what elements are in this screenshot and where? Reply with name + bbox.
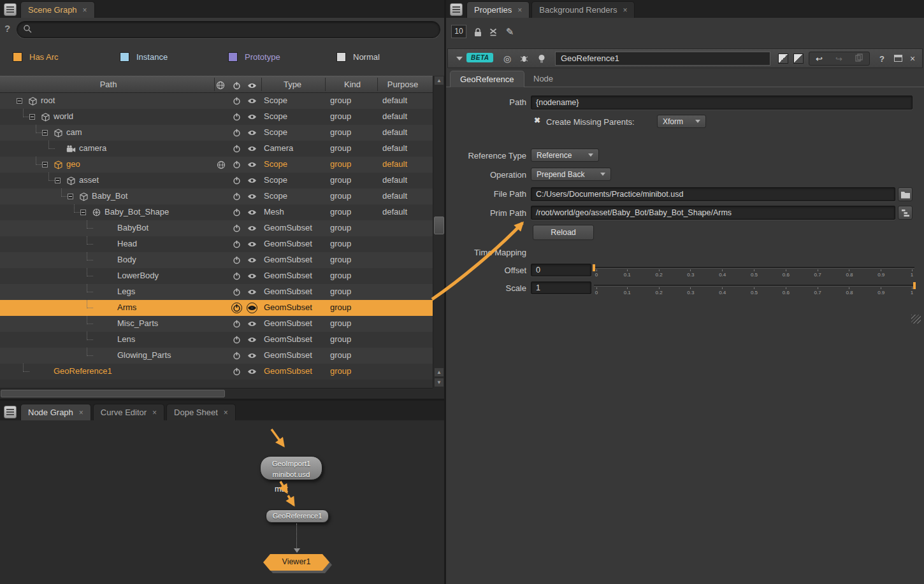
tree-row-asset[interactable]: assetScopegroupdefault — [0, 173, 433, 189]
tree-row-Baby_Bot[interactable]: Baby_BotScopegroupdefault — [0, 189, 433, 204]
eye-icon[interactable] — [247, 191, 257, 202]
node-georeference1[interactable]: GeoReference1 — [266, 509, 329, 523]
eye-icon[interactable] — [247, 271, 257, 281]
globe-icon[interactable] — [215, 159, 226, 170]
eye-icon[interactable] — [247, 111, 257, 122]
split-square-icon[interactable] — [778, 53, 788, 64]
eye-icon[interactable] — [247, 223, 257, 234]
copy-icon[interactable] — [855, 53, 863, 64]
power-icon[interactable] — [231, 287, 242, 297]
power-icon[interactable] — [231, 223, 242, 234]
expander-icon[interactable] — [80, 210, 86, 215]
eye-icon[interactable] — [247, 239, 257, 250]
tab-scene-graph[interactable]: Scene Graph × — [20, 1, 95, 18]
xform-dropdown[interactable]: Xform — [657, 115, 706, 128]
help-icon[interactable]: ? — [876, 53, 888, 64]
scroll-up-button[interactable]: ▲ — [434, 367, 444, 377]
eye-icon[interactable] — [247, 255, 257, 266]
power-icon[interactable] — [231, 159, 242, 170]
scroll-down-button[interactable]: ▼ — [434, 378, 444, 387]
reload-button[interactable]: Reload — [533, 225, 594, 240]
power-icon[interactable] — [231, 127, 242, 138]
eye-icon[interactable] — [247, 96, 257, 106]
power-icon[interactable] — [231, 318, 242, 329]
eye-icon[interactable] — [247, 159, 257, 170]
pane-menu-icon[interactable] — [450, 3, 463, 16]
vertical-scrollbar[interactable]: ▲ ▲ ▼ — [433, 76, 444, 388]
lock-icon[interactable] — [472, 25, 484, 38]
scroll-up-button[interactable]: ▲ — [434, 76, 444, 85]
tree-row-geo[interactable]: geoScopegroupdefault — [0, 157, 433, 173]
tree-row-Head[interactable]: HeadGeomSubsetgroup — [0, 236, 433, 252]
eye-icon[interactable] — [247, 80, 257, 90]
tab-dope-sheet[interactable]: Dope Sheet × — [166, 404, 236, 420]
prim-path-field[interactable]: /root/world/geo/asset/Baby_Bot/Baby_Bot_… — [531, 206, 895, 220]
scrollbar-thumb[interactable] — [434, 217, 444, 234]
target-icon[interactable]: ◎ — [502, 53, 513, 64]
tree-row-cam[interactable]: camScopegroupdefault — [0, 125, 433, 141]
close-icon[interactable]: × — [517, 6, 522, 15]
eye-icon[interactable] — [247, 287, 257, 297]
power-icon[interactable] — [231, 350, 242, 361]
expander-icon[interactable] — [68, 194, 73, 199]
resize-grip[interactable] — [911, 315, 921, 324]
column-purpose[interactable]: Purpose — [377, 80, 428, 89]
tree-row-LowerBody[interactable]: LowerBodyGeomSubsetgroup — [0, 268, 433, 284]
power-icon[interactable] — [231, 96, 242, 106]
lightbulb-icon[interactable] — [536, 53, 547, 64]
reference-type-dropdown[interactable]: Reference — [531, 148, 599, 162]
file-path-field[interactable]: C:/Users/Documents/Practice/minibot.usd — [531, 187, 895, 201]
tree-row-world[interactable]: worldScopegroupdefault — [0, 109, 433, 125]
clear-all-icon[interactable] — [487, 25, 500, 38]
eye-icon[interactable] — [247, 175, 257, 186]
slider-track[interactable] — [594, 285, 914, 287]
scrollbar-thumb[interactable] — [1, 390, 225, 397]
horizontal-scrollbar[interactable] — [0, 388, 433, 399]
tree-row-Baby_Bot_Shape[interactable]: Baby_Bot_ShapeMeshgroupdefault — [0, 204, 433, 220]
eye-icon[interactable] — [247, 318, 257, 329]
max-panels-field[interactable]: 10 — [451, 25, 466, 38]
power-icon[interactable] — [231, 271, 242, 281]
power-icon[interactable] — [231, 80, 242, 90]
pencil-icon[interactable]: ✎ — [503, 25, 516, 38]
tab-properties[interactable]: Properties × — [466, 1, 530, 18]
create-missing-parents-checkbox[interactable]: ✖ — [534, 116, 540, 125]
path-field[interactable]: {nodename} — [531, 96, 913, 110]
tree-row-Body[interactable]: BodyGeomSubsetgroup — [0, 252, 433, 268]
scale-slider[interactable]: 00.10.20.30.40.50.60.70.80.91 — [594, 281, 914, 296]
eye-icon[interactable] — [247, 350, 257, 361]
browse-folder-button[interactable] — [898, 187, 913, 201]
tree-row-root[interactable]: rootScopegroupdefault — [0, 93, 433, 109]
node-name-field[interactable]: GeoReference1 — [555, 52, 770, 66]
redo-icon[interactable]: ↪ — [835, 54, 842, 64]
column-kind[interactable]: Kind — [330, 80, 375, 89]
power-icon[interactable] — [231, 255, 242, 266]
close-icon[interactable]: × — [224, 408, 228, 417]
expander-icon[interactable] — [29, 114, 35, 120]
help-icon[interactable]: ? — [4, 23, 10, 34]
expander-icon[interactable] — [42, 162, 48, 167]
power-icon[interactable] — [231, 334, 242, 345]
tree-row-Misc_Parts[interactable]: Misc_PartsGeomSubsetgroup — [0, 316, 433, 332]
globe-icon[interactable] — [215, 80, 226, 90]
tree-row-camera[interactable]: cameraCameragroupdefault — [0, 141, 433, 157]
node-viewer1[interactable]: Viewer1 — [263, 554, 329, 571]
tab-curve-editor[interactable]: Curve Editor × — [93, 404, 164, 420]
tab-node[interactable]: Node — [524, 71, 563, 87]
expander-icon[interactable] — [17, 98, 22, 104]
tree-row-Arms[interactable]: ArmsGeomSubsetgroup — [0, 300, 433, 316]
tree-row-GeoReference1[interactable]: GeoReference1GeomSubsetgroup — [0, 364, 433, 380]
power-icon[interactable] — [231, 175, 242, 186]
tree-row-Legs[interactable]: LegsGeomSubsetgroup — [0, 284, 433, 300]
power-icon[interactable] — [231, 111, 242, 122]
tab-background-renders[interactable]: Background Renders × — [531, 1, 635, 18]
eye-icon[interactable] — [247, 334, 257, 345]
tab-georeference[interactable]: GeoReference — [450, 71, 524, 87]
node-geoimport1[interactable]: GeoImport1 minibot.usd — [260, 456, 322, 480]
tree-row-Glowing_Parts[interactable]: Glowing_PartsGeomSubsetgroup — [0, 348, 433, 364]
column-path[interactable]: Path — [0, 80, 217, 89]
eye-icon[interactable] — [247, 207, 257, 218]
power-icon[interactable] — [231, 303, 242, 313]
column-type[interactable]: Type — [264, 80, 321, 89]
split-square-icon[interactable] — [793, 53, 804, 64]
